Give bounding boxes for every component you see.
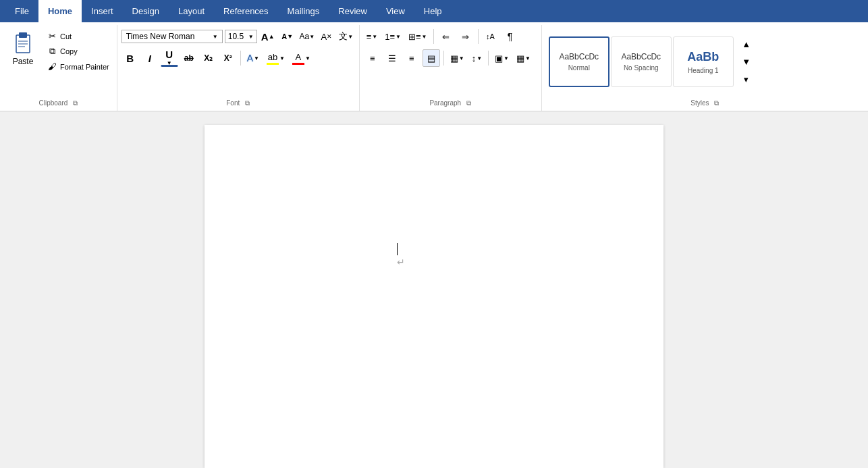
underline-button[interactable]: U ▼	[161, 49, 178, 67]
styles-scroll-up[interactable]: ▲	[738, 37, 755, 52]
tab-insert[interactable]: Insert	[82, 0, 123, 22]
italic-button[interactable]: I	[141, 49, 159, 67]
svg-rect-1	[19, 32, 27, 38]
align-justify-button[interactable]: ▤	[423, 49, 440, 67]
font-size-selector[interactable]: 10.5 ▼	[225, 30, 257, 43]
align-right-button[interactable]: ≡	[403, 49, 421, 67]
styles-more[interactable]: ▾	[738, 72, 755, 87]
paragraph-expand-icon[interactable]: ⧉	[466, 99, 471, 107]
tab-design[interactable]: Design	[123, 0, 169, 22]
highlight-color-bar	[267, 63, 279, 65]
para-divider-4	[488, 51, 489, 66]
paste-button[interactable]: Paste	[4, 28, 42, 70]
styles-group: AaBbCcDc Normal AaBbCcDc No Spacing AaBb…	[542, 25, 868, 111]
font-family-chevron: ▼	[213, 34, 218, 40]
font-divider-1	[240, 51, 241, 66]
font-size-chevron: ▼	[248, 34, 254, 40]
superscript-button[interactable]: X²	[219, 49, 237, 67]
increase-indent-button[interactable]: ⇒	[457, 28, 474, 45]
multilevel-button[interactable]: ⊞≡ ▼	[406, 28, 430, 45]
style-heading1-sample: AaBb	[687, 50, 719, 64]
font-family-selector[interactable]: Times New Roman ▼	[121, 30, 223, 43]
show-marks-button[interactable]: ¶	[501, 28, 519, 45]
columns-button[interactable]: ▦ ▼	[447, 49, 467, 67]
sort-button[interactable]: ↕A	[482, 28, 499, 45]
cut-label: Cut	[60, 32, 72, 41]
ribbon: Paste ✂ Cut ⧉ Copy 🖌 Format Painter Clip…	[0, 22, 868, 111]
style-nospace-label: No Spacing	[624, 64, 659, 72]
numbering-button[interactable]: 1≡ ▼	[382, 28, 404, 45]
styles-gallery: AaBbCcDc Normal AaBbCcDc No Spacing AaBb…	[546, 28, 864, 96]
style-heading1[interactable]: AaBb Heading 1	[673, 36, 734, 87]
paragraph-mark: ↵	[397, 257, 405, 267]
clipboard-expand-icon[interactable]: ⧉	[73, 99, 78, 107]
format-painter-button[interactable]: 🖌 Format Painter	[43, 59, 113, 74]
shading-button[interactable]: ▣ ▼	[492, 49, 512, 67]
font-expand-icon[interactable]: ⧉	[245, 99, 250, 107]
paste-label: Paste	[13, 57, 34, 66]
tab-help[interactable]: Help	[414, 0, 452, 22]
styles-expand-icon[interactable]: ⧉	[714, 99, 719, 107]
font-row-1: Times New Roman ▼ 10.5 ▼ A▲ A▼ Aa▼ A✕	[121, 28, 355, 45]
bullets-button[interactable]: ≡ ▼	[364, 28, 381, 45]
clipboard-group: Paste ✂ Cut ⧉ Copy 🖌 Format Painter Clip…	[0, 25, 117, 111]
format-painter-icon: 🖌	[47, 61, 57, 72]
copy-icon: ⧉	[47, 46, 57, 57]
clipboard-group-label: Clipboard ⧉	[4, 96, 113, 109]
tab-review[interactable]: Review	[329, 0, 377, 22]
styles-label: Styles	[690, 99, 709, 107]
align-center-button[interactable]: ☰	[383, 49, 401, 67]
clipboard-small-buttons: ✂ Cut ⧉ Copy 🖌 Format Painter	[43, 29, 113, 74]
bold-button[interactable]: B	[121, 49, 139, 67]
highlight-color-button[interactable]: ab ▼	[264, 49, 288, 67]
style-no-spacing[interactable]: AaBbCcDc No Spacing	[611, 36, 672, 87]
text-cursor	[397, 243, 398, 255]
font-group: Times New Roman ▼ 10.5 ▼ A▲ A▼ Aa▼ A✕	[117, 25, 360, 111]
para-divider-2	[478, 29, 479, 44]
cut-button[interactable]: ✂ Cut	[43, 29, 113, 43]
file-menu[interactable]: File	[5, 0, 38, 22]
para-divider-1	[433, 29, 434, 44]
tab-mailings[interactable]: Mailings	[278, 0, 329, 22]
font-group-label: Font ⧉	[121, 96, 355, 109]
text-effects-button[interactable]: A ▼	[244, 49, 262, 67]
paragraph-group: ≡ ▼ 1≡ ▼ ⊞≡ ▼ ⇐ ⇒	[360, 25, 542, 111]
style-nospace-sample: AaBbCcDc	[621, 52, 661, 61]
clear-formatting-button[interactable]: A✕	[318, 28, 335, 45]
decrease-indent-button[interactable]: ⇐	[437, 28, 455, 45]
menu-bar: File Home Insert Design Layout Reference…	[0, 0, 868, 22]
para-row-2: ≡ ☰ ≡ ▤ ▦ ▼ ↕ ▼	[364, 49, 533, 67]
tab-references[interactable]: References	[214, 0, 277, 22]
tab-view[interactable]: View	[377, 0, 414, 22]
tab-home[interactable]: Home	[38, 0, 82, 22]
paste-icon	[10, 31, 36, 57]
styles-group-label: Styles ⧉	[546, 96, 864, 109]
subscript-button[interactable]: X₂	[200, 49, 217, 67]
borders-button[interactable]: ▦ ▼	[514, 49, 533, 67]
line-spacing-button[interactable]: ↕ ▼	[469, 49, 485, 67]
phonetic-guide-button[interactable]: 文▼	[337, 28, 355, 45]
svg-rect-2	[18, 41, 28, 42]
font-color-bar	[292, 63, 304, 65]
format-painter-label: Format Painter	[60, 63, 109, 71]
tab-layout[interactable]: Layout	[169, 0, 214, 22]
document-page[interactable]: ↵	[205, 125, 663, 468]
paragraph-group-label: Paragraph ⧉	[364, 96, 537, 109]
style-normal[interactable]: AaBbCcDc Normal	[549, 36, 609, 87]
change-case-button[interactable]: Aa▼	[298, 28, 316, 45]
strikethrough-button[interactable]: ab	[180, 49, 198, 67]
cut-icon: ✂	[47, 31, 57, 41]
para-divider-3	[443, 51, 444, 66]
style-heading1-label: Heading 1	[688, 67, 719, 74]
styles-scroll-down[interactable]: ▼	[738, 55, 755, 70]
para-row-1: ≡ ▼ 1≡ ▼ ⊞≡ ▼ ⇐ ⇒	[364, 28, 519, 45]
svg-rect-4	[18, 46, 25, 47]
document-area: ↵	[0, 111, 868, 468]
font-grow-button[interactable]: A▲	[259, 28, 277, 45]
copy-button[interactable]: ⧉ Copy	[43, 44, 113, 59]
svg-rect-3	[18, 43, 28, 45]
font-shrink-button[interactable]: A▼	[279, 28, 296, 45]
font-color-button[interactable]: A ▼	[290, 49, 313, 67]
style-normal-sample: AaBbCcDc	[559, 52, 599, 61]
align-left-button[interactable]: ≡	[364, 49, 381, 67]
